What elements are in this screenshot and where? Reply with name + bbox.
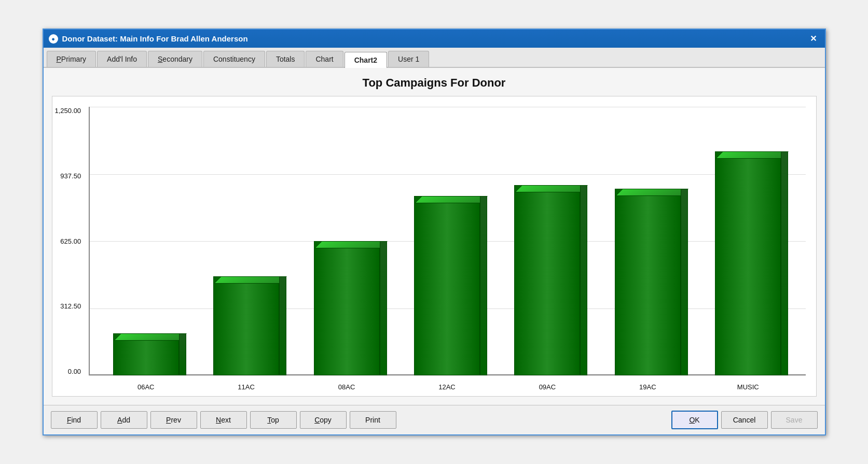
y-label-2: 312.50 bbox=[60, 302, 81, 310]
find-button[interactable]: Find bbox=[51, 411, 98, 429]
app-icon: ● bbox=[49, 34, 58, 44]
bar-front-19ac bbox=[615, 189, 681, 375]
tab-chart2[interactable]: Chart2 bbox=[345, 52, 387, 68]
bar-top-08ac bbox=[314, 241, 388, 248]
add-button[interactable]: Add bbox=[101, 411, 147, 429]
bar-group-06ac bbox=[99, 107, 193, 375]
bar-side-08ac bbox=[380, 241, 387, 375]
bar-side-09ac bbox=[580, 185, 587, 375]
bar-top-09ac bbox=[515, 185, 588, 192]
x-label-08ac: 08AC bbox=[299, 383, 393, 391]
chart-area: 1,250.00 937.50 625.00 312.50 0.00 bbox=[52, 96, 817, 397]
tab-user1[interactable]: User 1 bbox=[388, 51, 429, 67]
x-label-06ac: 06AC bbox=[99, 383, 193, 391]
bar-group-09ac bbox=[500, 107, 594, 375]
print-button[interactable]: Print bbox=[350, 411, 396, 429]
y-label-3: 625.00 bbox=[60, 237, 81, 245]
tab-addl-info[interactable]: Add'l Info bbox=[97, 51, 147, 67]
bar-top-06ac bbox=[114, 333, 187, 341]
chart-title: Top Campaigns For Donor bbox=[52, 76, 817, 90]
bar-group-08ac bbox=[299, 107, 393, 375]
bar-3d-19ac bbox=[615, 189, 681, 375]
y-label-4: 937.50 bbox=[60, 172, 81, 180]
bar-3d-06ac bbox=[113, 333, 179, 375]
tab-secondary[interactable]: Secondary bbox=[148, 51, 202, 67]
bar-side-11ac bbox=[279, 276, 286, 375]
bar-group-12ac bbox=[400, 107, 494, 375]
save-button[interactable]: Save bbox=[771, 411, 818, 429]
bar-front-08ac bbox=[314, 241, 380, 375]
cancel-button[interactable]: Cancel bbox=[721, 411, 768, 429]
bar-front-09ac bbox=[514, 185, 580, 375]
bar-side-music bbox=[781, 151, 788, 375]
y-axis: 1,250.00 937.50 625.00 312.50 0.00 bbox=[55, 107, 81, 375]
x-label-19ac: 19AC bbox=[601, 383, 695, 391]
tab-bar: PPrimary Add'l Info Secondary Constituen… bbox=[44, 48, 825, 68]
top-button[interactable]: Top bbox=[250, 411, 297, 429]
tab-primary[interactable]: PPrimary bbox=[47, 51, 97, 67]
bar-3d-08ac bbox=[314, 241, 380, 375]
bar-3d-11ac bbox=[213, 276, 279, 375]
bar-group-19ac bbox=[601, 107, 695, 375]
x-label-12ac: 12AC bbox=[400, 383, 494, 391]
bar-top-music bbox=[715, 151, 789, 159]
bar-3d-music bbox=[715, 151, 781, 375]
bar-top-11ac bbox=[214, 276, 287, 284]
bar-3d-12ac bbox=[414, 196, 480, 375]
bar-side-19ac bbox=[681, 189, 688, 375]
bar-group-music bbox=[701, 107, 795, 375]
y-label-1: 0.00 bbox=[68, 368, 81, 375]
x-label-09ac: 09AC bbox=[500, 383, 594, 391]
tab-chart[interactable]: Chart bbox=[306, 51, 343, 67]
bar-side-12ac bbox=[480, 196, 487, 375]
y-label-5: 1,250.00 bbox=[55, 107, 81, 115]
tab-totals[interactable]: Totals bbox=[266, 51, 305, 67]
window-title: Donor Dataset: Main Info For Brad Allen … bbox=[62, 34, 248, 43]
copy-button[interactable]: Copy bbox=[300, 411, 347, 429]
bars-container bbox=[89, 107, 806, 375]
bar-3d-09ac bbox=[514, 185, 580, 375]
prev-button[interactable]: Prev bbox=[150, 411, 197, 429]
bar-front-11ac bbox=[213, 276, 279, 375]
x-label-music: MUSIC bbox=[701, 383, 795, 391]
bar-top-19ac bbox=[615, 189, 688, 196]
next-button[interactable]: Next bbox=[200, 411, 247, 429]
main-window: ● Donor Dataset: Main Info For Brad Alle… bbox=[43, 29, 826, 435]
title-bar: ● Donor Dataset: Main Info For Brad Alle… bbox=[44, 30, 825, 48]
tab-constituency[interactable]: Constituency bbox=[203, 51, 265, 67]
bar-top-12ac bbox=[415, 196, 488, 203]
main-content: Top Campaigns For Donor 1,250.00 937.50 … bbox=[44, 68, 825, 405]
bar-front-12ac bbox=[414, 196, 480, 375]
grid-line-5 bbox=[89, 375, 806, 376]
chart-inner: 1,250.00 937.50 625.00 312.50 0.00 bbox=[89, 107, 806, 375]
bar-front-music bbox=[715, 151, 781, 375]
x-label-11ac: 11AC bbox=[199, 383, 293, 391]
x-axis-labels: 06AC11AC08AC12AC09AC19ACMUSIC bbox=[89, 383, 806, 391]
close-button[interactable]: ✕ bbox=[807, 33, 820, 45]
bar-group-11ac bbox=[199, 107, 293, 375]
ok-button[interactable]: OK bbox=[671, 411, 718, 429]
bar-side-06ac bbox=[179, 333, 186, 375]
bottom-bar: Find Add Prev Next Top Copy Print OK Can… bbox=[44, 405, 825, 434]
